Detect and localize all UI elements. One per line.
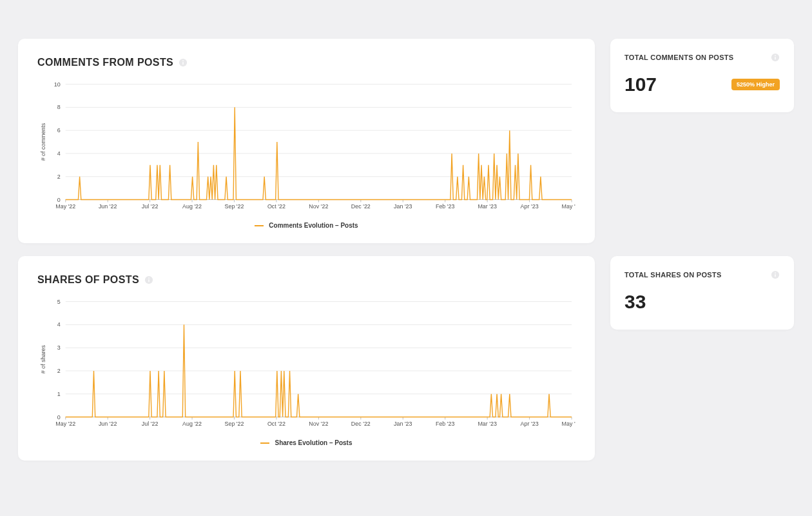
svg-text:# of comments: # of comments <box>40 123 46 161</box>
svg-text:May '23: May '23 <box>562 421 575 427</box>
comments-chart-title: COMMENTS FROM POSTS <box>37 57 173 68</box>
total-comments-value-row: 107 5250% Higher <box>624 74 780 95</box>
svg-point-89 <box>775 272 776 273</box>
info-icon[interactable] <box>771 270 780 279</box>
svg-text:5: 5 <box>57 299 61 305</box>
svg-point-2 <box>182 60 184 61</box>
svg-point-44 <box>775 55 776 56</box>
info-icon[interactable] <box>144 275 153 284</box>
total-shares-value-row: 33 <box>624 291 780 313</box>
svg-text:4: 4 <box>57 321 61 328</box>
svg-text:1: 1 <box>57 391 61 397</box>
svg-text:Oct '22: Oct '22 <box>267 203 285 210</box>
svg-text:Nov '22: Nov '22 <box>309 203 328 210</box>
svg-text:6: 6 <box>57 127 61 134</box>
svg-text:Jun '22: Jun '22 <box>99 421 117 427</box>
svg-rect-46 <box>148 279 149 282</box>
legend-swatch <box>255 225 264 226</box>
svg-text:4: 4 <box>57 150 61 157</box>
info-icon[interactable] <box>179 58 188 67</box>
total-comments-title: TOTAL COMMENTS ON POSTS <box>624 54 733 61</box>
svg-rect-43 <box>775 57 775 59</box>
svg-text:Jan '23: Jan '23 <box>394 203 412 210</box>
total-shares-card: TOTAL SHARES ON POSTS 33 <box>610 256 794 330</box>
total-shares-title: TOTAL SHARES ON POSTS <box>624 271 722 279</box>
svg-text:Mar '23: Mar '23 <box>478 203 497 210</box>
svg-text:Jul '22: Jul '22 <box>142 421 159 427</box>
svg-text:2: 2 <box>57 174 61 180</box>
svg-text:Oct '22: Oct '22 <box>267 421 285 427</box>
total-shares-value: 33 <box>624 291 646 313</box>
svg-text:Dec '22: Dec '22 <box>351 203 371 210</box>
comments-legend: Comments Evolution – Posts <box>37 222 575 229</box>
svg-text:8: 8 <box>57 104 61 110</box>
info-icon[interactable] <box>771 53 780 62</box>
svg-text:Feb '23: Feb '23 <box>436 203 455 210</box>
shares-chart-card: SHARES OF POSTS 012345# of sharesMay '22… <box>18 256 595 461</box>
svg-text:Apr '23: Apr '23 <box>521 421 539 427</box>
total-comments-card: TOTAL COMMENTS ON POSTS 107 5250% Higher <box>610 39 794 112</box>
svg-text:3: 3 <box>57 344 61 351</box>
comments-chart: 0246810# of commentsMay '22Jun '22Jul '2… <box>37 80 575 215</box>
comments-row: COMMENTS FROM POSTS 0246810# of comments… <box>18 39 794 243</box>
svg-text:# of shares: # of shares <box>40 344 46 373</box>
svg-text:May '23: May '23 <box>562 203 575 210</box>
svg-text:Jul '22: Jul '22 <box>142 203 159 210</box>
comments-chart-card: COMMENTS FROM POSTS 0246810# of comments… <box>18 39 595 243</box>
svg-rect-1 <box>182 62 183 64</box>
svg-text:Sep '22: Sep '22 <box>224 421 244 427</box>
shares-chart-title: SHARES OF POSTS <box>37 274 139 286</box>
svg-text:Jun '22: Jun '22 <box>99 203 117 210</box>
svg-text:Aug '22: Aug '22 <box>182 421 202 427</box>
shares-legend: Shares Evolution – Posts <box>37 439 575 446</box>
svg-text:2: 2 <box>57 368 61 374</box>
shares-row: SHARES OF POSTS 012345# of sharesMay '22… <box>18 256 794 461</box>
svg-text:Sep '22: Sep '22 <box>224 203 244 210</box>
shares-legend-label: Shares Evolution – Posts <box>275 439 352 446</box>
svg-rect-88 <box>775 274 775 277</box>
shares-chart-header: SHARES OF POSTS <box>37 274 575 286</box>
svg-text:May '22: May '22 <box>55 203 75 210</box>
svg-text:Dec '22: Dec '22 <box>351 421 371 427</box>
legend-swatch <box>260 442 269 444</box>
comments-chart-header: COMMENTS FROM POSTS <box>37 57 575 68</box>
comments-legend-label: Comments Evolution – Posts <box>269 222 358 229</box>
total-comments-value: 107 <box>624 74 657 95</box>
svg-text:Jan '23: Jan '23 <box>394 421 412 427</box>
svg-text:0: 0 <box>57 414 61 421</box>
svg-text:Apr '23: Apr '23 <box>521 203 539 210</box>
svg-text:Mar '23: Mar '23 <box>478 421 497 427</box>
svg-text:Feb '23: Feb '23 <box>436 421 455 427</box>
svg-text:0: 0 <box>57 197 61 203</box>
svg-text:10: 10 <box>54 81 61 88</box>
total-comments-header: TOTAL COMMENTS ON POSTS <box>624 53 780 62</box>
comments-change-badge: 5250% Higher <box>731 79 780 90</box>
svg-text:Aug '22: Aug '22 <box>182 203 202 210</box>
svg-text:May '22: May '22 <box>55 421 75 427</box>
total-shares-header: TOTAL SHARES ON POSTS <box>624 270 780 279</box>
svg-point-47 <box>148 277 150 279</box>
shares-chart: 012345# of sharesMay '22Jun '22Jul '22Au… <box>37 297 575 433</box>
svg-text:Nov '22: Nov '22 <box>309 421 328 427</box>
